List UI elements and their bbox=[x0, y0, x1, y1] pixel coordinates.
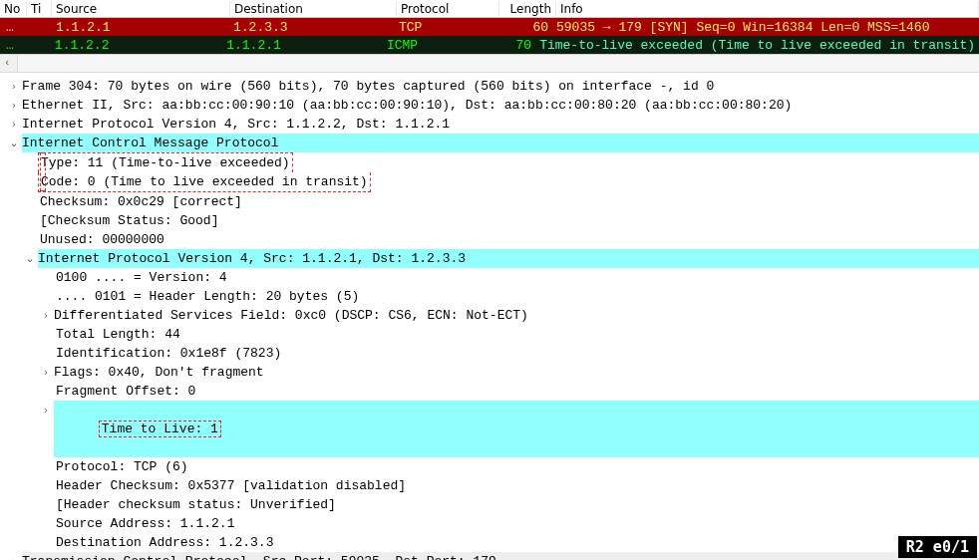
tree-item-ip-dsf[interactable]: › Differentiated Services Field: 0xc0 (D… bbox=[0, 306, 979, 325]
cell-protocol: TCP bbox=[395, 20, 496, 35]
tree-item-icmp-unused[interactable]: Unused: 00000000 bbox=[0, 230, 979, 249]
tree-label: Destination Address: 1.2.3.3 bbox=[56, 533, 979, 552]
chevron-right-icon[interactable]: › bbox=[40, 401, 52, 420]
tree-item-ip-outer[interactable]: › Internet Protocol Version 4, Src: 1.1.… bbox=[0, 115, 979, 134]
tree-label: Header Checksum: 0x5377 [validation disa… bbox=[56, 476, 979, 495]
tree-item-icmp-checksum[interactable]: Checksum: 0x0c29 [correct] bbox=[0, 192, 979, 211]
tree-label: Flags: 0x40, Don't fragment bbox=[54, 363, 979, 382]
packet-list-pane: No Ti Source Destination Protocol Length… bbox=[0, 0, 979, 73]
cell-no: … bbox=[2, 38, 27, 53]
tree-item-ip-ttl[interactable]: › Time to Live: 1 bbox=[0, 401, 979, 457]
chevron-left-icon[interactable]: ‹ bbox=[4, 57, 11, 69]
tree-label: Protocol: TCP (6) bbox=[56, 457, 979, 476]
tree-item-frame[interactable]: › Frame 304: 70 bytes on wire (560 bits)… bbox=[0, 77, 979, 96]
tree-label: [Checksum Status: Good] bbox=[40, 211, 979, 230]
tree-item-icmp-checksum-status[interactable]: [Checksum Status: Good] bbox=[0, 211, 979, 230]
cell-info: Time-to-live exceeded (Time to live exce… bbox=[535, 38, 979, 53]
packet-details-pane: › Frame 304: 70 bytes on wire (560 bits)… bbox=[0, 73, 979, 560]
cell-length: 70 bbox=[482, 38, 535, 53]
tree-item-ip-hcksum[interactable]: Header Checksum: 0x5377 [validation disa… bbox=[0, 476, 979, 495]
tree-label: Type: 11 (Time-to-live exceeded) bbox=[41, 155, 290, 170]
chevron-right-icon[interactable]: › bbox=[40, 363, 52, 382]
tree-label: Code: 0 (Time to live exceeded in transi… bbox=[41, 174, 368, 189]
tree-item-ip-total-len[interactable]: Total Length: 44 bbox=[0, 325, 979, 344]
chevron-right-icon[interactable]: › bbox=[8, 552, 20, 560]
col-header-protocol[interactable]: Protocol bbox=[397, 2, 499, 16]
cell-destination: 1.2.3.3 bbox=[229, 20, 395, 35]
cell-source: 1.1.2.1 bbox=[52, 20, 229, 35]
tree-label: Identification: 0x1e8f (7823) bbox=[56, 344, 979, 363]
tree-label: Ethernet II, Src: aa:bb:cc:00:90:10 (aa:… bbox=[22, 96, 979, 115]
tree-label: 0100 .... = Version: 4 bbox=[56, 268, 979, 287]
col-header-destination[interactable]: Destination bbox=[230, 2, 397, 16]
tree-label: Internet Protocol Version 4, Src: 1.1.2.… bbox=[22, 115, 979, 134]
tree-label: Total Length: 44 bbox=[56, 325, 979, 344]
horizontal-scrollbar[interactable]: ‹ bbox=[0, 54, 979, 73]
tree-label: Unused: 00000000 bbox=[40, 230, 979, 249]
cell-protocol: ICMP bbox=[383, 38, 482, 53]
col-header-info[interactable]: Info bbox=[556, 2, 979, 16]
tree-label: .... 0101 = Header Length: 20 bytes (5) bbox=[56, 287, 979, 306]
chevron-right-icon[interactable]: › bbox=[40, 306, 52, 325]
chevron-right-icon[interactable]: › bbox=[8, 96, 20, 115]
chevron-down-icon[interactable]: ⌄ bbox=[24, 249, 36, 268]
tree-item-ethernet[interactable]: › Ethernet II, Src: aa:bb:cc:00:90:10 (a… bbox=[0, 96, 979, 115]
packet-list-header[interactable]: No Ti Source Destination Protocol Length… bbox=[0, 0, 979, 18]
capture-source-badge: R2 e0/1 bbox=[898, 536, 977, 558]
tree-item-ip-ident[interactable]: Identification: 0x1e8f (7823) bbox=[0, 344, 979, 363]
tree-label: Frame 304: 70 bytes on wire (560 bits), … bbox=[22, 77, 979, 96]
tree-label: Checksum: 0x0c29 [correct] bbox=[40, 192, 979, 211]
tree-label-container: Time to Live: 1 bbox=[54, 401, 979, 457]
packet-row[interactable]: … 1.1.2.1 1.2.3.3 TCP 60 59035 → 179 [SY… bbox=[0, 18, 979, 36]
tree-item-icmp-type[interactable]: Type: 11 (Time-to-live exceeded) bbox=[0, 152, 979, 172]
cell-length: 60 bbox=[496, 20, 552, 35]
tree-item-ip-src[interactable]: Source Address: 1.1.2.1 bbox=[0, 514, 979, 533]
tree-item-ip-version[interactable]: 0100 .... = Version: 4 bbox=[0, 268, 979, 287]
tree-label: Source Address: 1.1.2.1 bbox=[56, 514, 979, 533]
cell-source: 1.1.2.2 bbox=[51, 38, 222, 53]
col-header-length[interactable]: Length bbox=[499, 2, 556, 16]
tree-label: Differentiated Services Field: 0xc0 (DSC… bbox=[54, 306, 979, 325]
tree-label: Fragment Offset: 0 bbox=[56, 382, 979, 401]
cell-no: … bbox=[2, 20, 28, 35]
tree-item-ip-inner[interactable]: ⌄ Internet Protocol Version 4, Src: 1.1.… bbox=[0, 249, 979, 268]
tree-label: Transmission Control Protocol, Src Port:… bbox=[22, 552, 979, 560]
tree-item-ip-hlen[interactable]: .... 0101 = Header Length: 20 bytes (5) bbox=[0, 287, 979, 306]
chevron-right-icon[interactable]: › bbox=[8, 115, 20, 134]
chevron-right-icon[interactable]: › bbox=[8, 77, 20, 96]
tree-label: Internet Protocol Version 4, Src: 1.1.2.… bbox=[38, 249, 979, 268]
cell-info: 59035 → 179 [SYN] Seq=0 Win=16384 Len=0 … bbox=[552, 20, 979, 35]
tree-item-tcp[interactable]: › Transmission Control Protocol, Src Por… bbox=[0, 552, 979, 560]
col-header-no[interactable]: No bbox=[0, 2, 27, 16]
tree-item-icmp-code[interactable]: Code: 0 (Time to live exceeded in transi… bbox=[0, 172, 979, 192]
col-header-source[interactable]: Source bbox=[52, 2, 230, 16]
tree-label: Internet Control Message Protocol bbox=[22, 134, 979, 152]
tree-label: Time to Live: 1 bbox=[99, 420, 221, 437]
tree-label: [Header checksum status: Unverified] bbox=[56, 495, 979, 514]
tree-item-ip-hcksum-status[interactable]: [Header checksum status: Unverified] bbox=[0, 495, 979, 514]
tree-item-ip-flags[interactable]: › Flags: 0x40, Don't fragment bbox=[0, 363, 979, 382]
col-header-time[interactable]: Ti bbox=[27, 2, 52, 16]
tree-item-icmp[interactable]: ⌄ Internet Control Message Protocol bbox=[0, 134, 979, 152]
cell-destination: 1.1.2.1 bbox=[222, 38, 383, 53]
tree-item-ip-dst[interactable]: Destination Address: 1.2.3.3 bbox=[0, 533, 979, 552]
tree-item-ip-proto[interactable]: Protocol: TCP (6) bbox=[0, 457, 979, 476]
chevron-down-icon[interactable]: ⌄ bbox=[8, 134, 20, 152]
packet-row[interactable]: … 1.1.2.2 1.1.2.1 ICMP 70 Time-to-live e… bbox=[0, 36, 979, 54]
tree-item-ip-frag[interactable]: Fragment Offset: 0 bbox=[0, 382, 979, 401]
